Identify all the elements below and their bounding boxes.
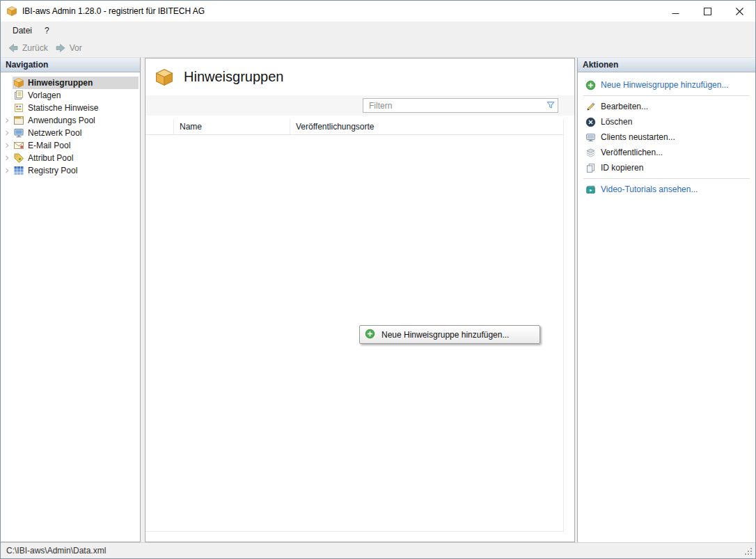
nav-item-hinweisgruppen[interactable]: Hinweisgruppen (1, 77, 140, 89)
action-label: Neue Hinweisgruppe hinzufügen... (601, 80, 728, 90)
restart-clients-icon (585, 132, 596, 143)
action-label: Video-Tutorials ansehen... (601, 184, 698, 194)
app-icon (6, 6, 17, 17)
back-label: Zurück (22, 43, 48, 53)
close-button[interactable] (723, 1, 755, 22)
filter-row (145, 95, 574, 116)
nav-item-label: Registry Pool (28, 166, 77, 175)
table-header-row: Name Veröffentlichungsorte (145, 119, 563, 135)
content-header: Hinweisgruppen (145, 58, 574, 95)
nav-item-vorlagen[interactable]: Vorlagen (1, 89, 140, 102)
window-controls (659, 1, 755, 22)
network-pool-icon (13, 127, 24, 139)
copy-id-icon (585, 162, 596, 173)
close-icon (736, 8, 743, 15)
filter-funnel-icon[interactable] (546, 100, 556, 110)
forward-label: Vor (70, 43, 82, 53)
registry-pool-icon (13, 165, 24, 176)
action-label: Löschen (601, 117, 632, 127)
nav-item-label: Anwendungs Pool (28, 116, 95, 125)
add-icon (365, 329, 375, 341)
templates-icon (13, 90, 24, 101)
maximize-icon (704, 8, 711, 15)
delete-icon (585, 116, 596, 127)
nav-item-attribut-pool[interactable]: Attribut Pool (1, 152, 140, 164)
expand-chevron-icon[interactable] (1, 155, 13, 162)
forward-arrow-icon (55, 42, 66, 54)
action-video-tutorials-ansehen[interactable]: Video-Tutorials ansehen... (578, 182, 755, 197)
action-label: Clients neustarten... (601, 132, 675, 142)
statusbar-path: C:\IBI-aws\Admin\Data.xml (6, 546, 106, 556)
publish-icon (585, 147, 596, 158)
actions-header: Aktionen (578, 58, 755, 72)
applications-pool-icon (13, 115, 24, 126)
expand-chevron-icon[interactable] (1, 129, 13, 136)
nav-item-label: Hinweisgruppen (28, 78, 93, 88)
maximize-button[interactable] (691, 1, 723, 22)
forward-button[interactable]: Vor (53, 41, 87, 55)
expand-chevron-icon[interactable] (1, 117, 13, 124)
content-panel: Hinweisgruppen Name Veröffentlichungsort… (145, 58, 575, 542)
hint-groups-icon (13, 77, 24, 88)
menubar: Datei ? (1, 22, 755, 39)
hint-groups-icon (155, 68, 174, 87)
nav-item-statische-hinweise[interactable]: Statische Hinweise (1, 102, 140, 114)
action-id-kopieren[interactable]: ID kopieren (578, 160, 755, 175)
separator (583, 95, 750, 96)
toolbar: Zurück Vor (1, 39, 755, 58)
action-clients-neustarten[interactable]: Clients neustarten... (578, 129, 755, 145)
empty-list-add-button[interactable]: Neue Hinweisgruppe hinzufügen... (359, 325, 540, 344)
navigation-header: Navigation (1, 58, 140, 72)
navigation-list: Hinweisgruppen Vorlagen Statische Hinwei… (1, 72, 140, 177)
resize-grip[interactable] (744, 547, 753, 556)
statusbar: C:\IBI-aws\Admin\Data.xml (1, 542, 755, 558)
expand-chevron-icon[interactable] (1, 167, 13, 174)
minimize-icon (672, 8, 679, 15)
column-header-spacer (145, 119, 173, 134)
video-tutorials-icon (585, 184, 596, 195)
nav-item-label: Netzwerk Pool (28, 128, 81, 138)
column-header-veroeffentlichungsorte[interactable]: Veröffentlichungsorte (290, 119, 563, 134)
nav-item-anwendungs-pool[interactable]: Anwendungs Pool (1, 114, 140, 127)
action-neue-hinweisgruppe-hinzufuegen[interactable]: Neue Hinweisgruppe hinzufügen... (578, 77, 755, 93)
expand-chevron-icon[interactable] (1, 142, 13, 149)
titlebar: IBI-aws Admin 1.28.0 - registriert für I… (1, 1, 755, 22)
add-icon (585, 79, 596, 90)
page-title: Hinweisgruppen (184, 69, 283, 85)
actions-panel: Aktionen Neue Hinweisgruppe hinzufügen..… (577, 58, 755, 542)
back-button[interactable]: Zurück (6, 41, 53, 55)
actions-list: Neue Hinweisgruppe hinzufügen... Bearbei… (578, 72, 755, 197)
email-pool-icon (13, 140, 24, 151)
window-title: IBI-aws Admin 1.28.0 - registriert für I… (22, 6, 205, 16)
nav-item-label: Statische Hinweise (28, 103, 98, 113)
minimize-button[interactable] (659, 1, 691, 22)
action-loeschen[interactable]: Löschen (578, 114, 755, 129)
navigation-panel: Navigation Hinweisgruppen Vorlagen (1, 58, 141, 542)
nav-item-label: Attribut Pool (28, 153, 73, 163)
menu-help[interactable]: ? (38, 23, 56, 38)
filter-input[interactable] (363, 98, 558, 113)
empty-list-add-label: Neue Hinweisgruppe hinzufügen... (381, 330, 509, 340)
menu-datei[interactable]: Datei (6, 23, 38, 38)
action-bearbeiten[interactable]: Bearbeiten... (578, 99, 755, 114)
action-label: Veröffentlichen... (601, 148, 663, 157)
filter-box (363, 98, 558, 113)
action-veroeffentlichen[interactable]: Veröffentlichen... (578, 145, 755, 160)
nav-item-netzwerk-pool[interactable]: Netzwerk Pool (1, 127, 140, 139)
action-label: ID kopieren (601, 163, 643, 173)
attribute-pool-icon (13, 152, 24, 164)
app-window: IBI-aws Admin 1.28.0 - registriert für I… (0, 0, 756, 559)
separator (583, 178, 750, 179)
action-label: Bearbeiten... (601, 102, 648, 111)
workspace: Navigation Hinweisgruppen Vorlagen (1, 58, 755, 542)
static-hints-icon (13, 102, 24, 113)
column-header-name[interactable]: Name (173, 119, 290, 134)
back-arrow-icon (8, 42, 19, 54)
nav-item-email-pool[interactable]: E-Mail Pool (1, 139, 140, 152)
nav-item-label: E-Mail Pool (28, 141, 70, 150)
nav-item-label: Vorlagen (28, 90, 61, 100)
edit-icon (585, 101, 596, 112)
nav-item-registry-pool[interactable]: Registry Pool (1, 164, 140, 177)
